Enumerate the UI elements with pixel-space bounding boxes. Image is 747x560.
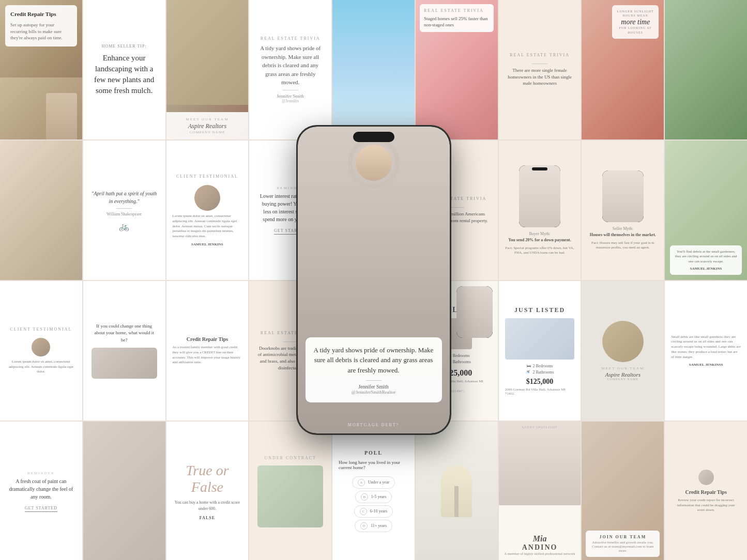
- quote-author: William Shakespeare: [106, 212, 142, 216]
- quote-author: SAMUEL JENKINS: [674, 267, 738, 271]
- trivia-text: About 10.6 million Americans earn income…: [424, 211, 490, 224]
- agent-info: HALLIE SMITH | 917.123.4567 | www.yourwe…: [422, 390, 492, 396]
- card-join-team-photo[interactable]: JOIN OUR TEAM Attractive benefits and gr…: [582, 422, 664, 560]
- poll-option-4[interactable]: D 11+ years: [355, 520, 392, 532]
- card-trivia-rental[interactable]: REAL ESTATE TRIVIA About 10.6 million Am…: [416, 141, 498, 280]
- agent-body: Consider buyers with government-backed l…: [337, 377, 410, 395]
- company-sub: COMPANY NAME: [607, 378, 638, 381]
- card-title: Credit Repair Tips: [187, 336, 228, 342]
- testimonial-author: SAMUEL JENKINS: [191, 242, 223, 246]
- card-meet-team-2[interactable]: MEET OUR TEAM Aspire Realtors COMPANY NA…: [582, 281, 664, 421]
- option-label: 6-10 years: [370, 509, 388, 514]
- card-poll[interactable]: POLL How long have you lived in your cur…: [332, 422, 415, 560]
- reminder-cta[interactable]: Get Started: [274, 228, 307, 235]
- card-seller-myth[interactable]: Seller Myth: Houses will themselves in t…: [582, 141, 664, 280]
- contract-label: UNDER CONTRACT: [264, 456, 316, 460]
- just-listed-label: JUST LISTED: [514, 306, 565, 314]
- card-under-contract: UNDER CONTRACT: [249, 422, 331, 560]
- credit-title: Credit Repair Tips: [685, 489, 726, 495]
- true-false-body: You can buy a home with a credit score u…: [175, 500, 240, 511]
- bike-icon: 🚲: [119, 222, 129, 231]
- card-label: REAL ESTATE TRIVIA: [424, 8, 490, 13]
- trivia-text: Doorknobs are traditionally made of anti…: [257, 345, 323, 371]
- price: $125,000: [441, 368, 472, 378]
- company: Aspire Realtors: [605, 371, 641, 378]
- reminder-cta[interactable]: Get Started: [25, 506, 57, 512]
- agent-name: Jennifer Smith: [352, 366, 378, 370]
- card-title: Credit Repair Tips: [10, 10, 72, 18]
- poll-option-3[interactable]: C 6-10 years: [354, 505, 393, 518]
- label: CLIENT TESTIMONIAL: [10, 327, 72, 332]
- poll-question: How long have you lived in your current …: [339, 460, 408, 470]
- badge-sub: FOR LOOKING AT HOUSES: [616, 26, 654, 35]
- trivia-label: REAL ESTATE TRIVIA: [510, 53, 570, 57]
- true-false-answer: FALSE: [200, 516, 215, 520]
- option-circle: D: [360, 522, 368, 530]
- card-sunlight-hours[interactable]: LONGER SUNLIGHT HOURS MEAN more time FOR…: [582, 0, 664, 139]
- beds: 🛏 2 Bedrooms: [527, 364, 553, 368]
- poll-option-1[interactable]: A Under a year: [352, 476, 395, 489]
- card-just-listed-2[interactable]: JUST LISTED 🛏 2 Bedrooms 🚿 2 Bathrooms $…: [499, 281, 581, 421]
- trivia-handle: @Jennifer: [282, 99, 299, 103]
- myth-label: Seller Myth:: [613, 226, 633, 231]
- reminder-text: A fresh coat of paint can dramatically c…: [8, 477, 74, 501]
- myth-text: Houses will themselves in the market.: [590, 232, 656, 238]
- baths-detail: 🚿 2 Bathrooms: [443, 360, 471, 364]
- quote-author: SAMUEL JENKINSS: [689, 363, 723, 367]
- myth-label: Buyer Myth:: [529, 231, 550, 236]
- trivia-author: Jennifer Smith: [277, 94, 304, 99]
- card-question[interactable]: If you could change one thing about your…: [83, 281, 165, 421]
- company-name: Aspire Realtors: [172, 122, 243, 130]
- card-body: Set up autopay for your recurring bills …: [10, 22, 72, 41]
- trivia-label: REAL ESTATE TRIVIA: [261, 36, 321, 41]
- card-trivia-quote[interactable]: REAL ESTATE TRIVIA A tidy yard shows pri…: [249, 0, 331, 139]
- card-body: Staged homes sell 25% faster than non-st…: [424, 16, 490, 28]
- card-pink-house[interactable]: REAL ESTATE TRIVIA Staged homes sell 25%…: [416, 0, 498, 139]
- reminder-label: REMINDER: [277, 186, 304, 190]
- card-title: Enhance your landscaping with a few new …: [92, 53, 157, 96]
- reminder-label: REMINDER: [27, 471, 55, 475]
- card-credit-repair-3[interactable]: Credit Repair Tips Review your credit re…: [665, 422, 747, 560]
- main-grid: Credit Repair Tips Set up autopay for yo…: [0, 0, 747, 560]
- card-label: HOME SELLER TIP:: [102, 44, 147, 49]
- card-credit-repair-1[interactable]: Credit Repair Tips Set up autopay for yo…: [0, 0, 82, 139]
- agent-name: Mia: [504, 534, 576, 543]
- card-testimonial-1[interactable]: CLIENT TESTIMONIAL Lorem ipsum dolor sit…: [166, 141, 249, 280]
- question-text: If you could change one thing about your…: [92, 323, 157, 344]
- card-buyer-myth[interactable]: Buyer Myth: You send 20% for a down paym…: [499, 141, 581, 280]
- trivia-label: REAL ESTATE TRIVIA: [426, 196, 486, 201]
- agent-subtitle: A member of highly skilled professional …: [504, 552, 576, 556]
- address: 2009 Gorman Rd, Villa Hall, Arkansas MI …: [422, 379, 492, 387]
- card-meet-team-1[interactable]: MEET OUR TEAM Aspire Realtors COMPANY NA…: [166, 0, 249, 139]
- card-woman-photo: [0, 141, 82, 280]
- card-living-room: [83, 422, 165, 560]
- option-circle: C: [360, 508, 367, 515]
- poll-option-2[interactable]: B 1-5 years: [355, 491, 392, 503]
- card-reminder-interest[interactable]: REMINDER Lower interest rates = greater …: [249, 141, 331, 280]
- card-small-debts: Small debts are like small gunshots; the…: [665, 281, 747, 421]
- company-label: COMPANY NAME: [172, 130, 243, 134]
- price: $125,000: [526, 378, 554, 386]
- quote-text: "April hath put a spirit of youth in eve…: [92, 190, 157, 205]
- card-agent-testimonial[interactable]: Jennifer Smith Consider buyers with gove…: [332, 281, 415, 421]
- card-shakespeare: "April hath put a spirit of youth in eve…: [83, 141, 165, 280]
- card-home-seller-tip[interactable]: HOME SELLER TIP: Enhance your landscapin…: [83, 0, 165, 139]
- badge-main: more time: [616, 18, 654, 26]
- card-sky-photo: [332, 0, 415, 139]
- card-just-listed-1[interactable]: JUST LISTED 🛏 2 Bedrooms 🚿 2 Bathrooms $…: [416, 281, 498, 421]
- card-agent-spotlight[interactable]: AGENT SPOTLIGHT Mia ANDINO A member of h…: [499, 422, 581, 560]
- poll-label: POLL: [364, 450, 383, 456]
- card-credit-repair-2[interactable]: Credit Repair Tips As a trusted family m…: [166, 281, 249, 421]
- badge-text: LONGER SUNLIGHT HOURS MEAN: [616, 9, 654, 18]
- fact-text: Fact: Houses may sell fast if your goal …: [587, 241, 659, 250]
- card-woman-garden[interactable]: You'll find debris at the small gardener…: [665, 141, 747, 280]
- testimonial-body: Lorem ipsum dolor sit amet, consectetur …: [173, 214, 242, 239]
- myth-text: You send 20% for a down payment.: [508, 238, 571, 243]
- card-house-exterior: [665, 0, 747, 139]
- card-reminder-paint[interactable]: REMINDER A fresh coat of paint can drama…: [0, 422, 82, 560]
- card-trivia-doorknobs[interactable]: REAL ESTATE TRIVIA Doorknobs are traditi…: [249, 281, 331, 421]
- option-circle: B: [361, 493, 368, 501]
- card-testimonial-2[interactable]: CLIENT TESTIMONIAL Lorem ipsum dolor sit…: [0, 281, 82, 421]
- join-label: JOIN OUR TEAM: [590, 535, 655, 539]
- card-trivia-female[interactable]: REAL ESTATE TRIVIA There are more single…: [499, 0, 581, 139]
